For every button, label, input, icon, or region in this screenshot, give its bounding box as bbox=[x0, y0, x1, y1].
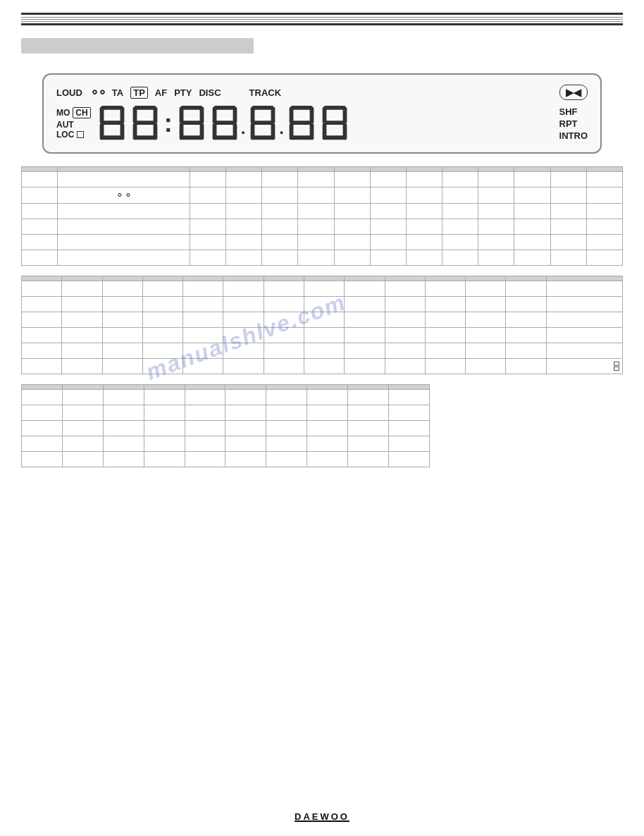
digit-2 bbox=[130, 104, 161, 142]
dot-1: . bbox=[241, 118, 246, 138]
table-2-row-1 bbox=[22, 281, 623, 297]
t2-r2c3 bbox=[102, 297, 142, 312]
t1-r5c5 bbox=[262, 235, 298, 250]
t2-r3c11 bbox=[425, 312, 465, 328]
play-icon-area: ▶◀ bbox=[559, 85, 588, 100]
svg-rect-26 bbox=[179, 123, 183, 140]
play-icon: ▶◀ bbox=[566, 87, 581, 98]
t1-r1c14 bbox=[586, 172, 622, 188]
t2-r5c4 bbox=[142, 343, 182, 359]
brand-logo: DAEWOO bbox=[295, 811, 349, 822]
digit-1 bbox=[97, 104, 128, 142]
t2-r1c6 bbox=[223, 281, 264, 297]
svg-rect-20 bbox=[153, 123, 157, 140]
t2-h3 bbox=[102, 276, 142, 281]
t3-r5c2 bbox=[62, 452, 103, 467]
t1-r3c7 bbox=[334, 204, 370, 219]
colon-1: : bbox=[164, 111, 173, 136]
t3-r3c7 bbox=[266, 421, 307, 436]
t1-r3c13 bbox=[550, 204, 586, 219]
digit-4-svg bbox=[209, 104, 240, 142]
t1-r4c12 bbox=[514, 219, 550, 235]
t2-r6c3 bbox=[102, 359, 142, 374]
t2-r3c9 bbox=[345, 312, 385, 328]
t3-h7 bbox=[266, 385, 307, 390]
t1-r2c6 bbox=[298, 188, 334, 204]
t2-r1c4 bbox=[142, 281, 182, 297]
t2-r2c12 bbox=[466, 297, 506, 312]
digit-6 bbox=[286, 104, 317, 142]
t3-r4c4 bbox=[144, 436, 185, 452]
t3-h10 bbox=[389, 385, 430, 390]
t1-r3c3 bbox=[190, 204, 225, 219]
t3-h2 bbox=[62, 385, 103, 390]
svg-rect-24 bbox=[179, 107, 183, 123]
t2-r5c7 bbox=[264, 343, 304, 359]
table-3-section bbox=[21, 384, 430, 467]
t2-r2c9 bbox=[345, 297, 385, 312]
t1-r6c13 bbox=[550, 250, 586, 266]
t1-r3c9 bbox=[406, 204, 442, 219]
svg-rect-46 bbox=[310, 107, 314, 123]
t1-r3c14 bbox=[586, 204, 622, 219]
svg-rect-21 bbox=[180, 106, 202, 110]
t1-h12 bbox=[514, 167, 550, 172]
table-2-section bbox=[21, 276, 623, 374]
t3-r1c4 bbox=[144, 390, 185, 405]
t2-r4c9 bbox=[345, 328, 385, 343]
t1-r5c1 bbox=[22, 235, 58, 250]
dot-2: . bbox=[279, 118, 284, 138]
t3-r1c2 bbox=[62, 390, 103, 405]
t1-r6c4 bbox=[226, 250, 262, 266]
t3-r4c1 bbox=[22, 436, 63, 452]
t1-r5c13 bbox=[550, 235, 586, 250]
t2-r4c12 bbox=[466, 328, 506, 343]
t3-r2c3 bbox=[103, 405, 144, 421]
t1-r6c2 bbox=[58, 250, 190, 266]
t2-r3c6 bbox=[223, 312, 264, 328]
svg-rect-22 bbox=[180, 121, 202, 125]
t1-r2c4 bbox=[226, 188, 262, 204]
t1-r2c8 bbox=[370, 188, 406, 204]
t3-r4c7 bbox=[266, 436, 307, 452]
t1-r1c1 bbox=[22, 172, 58, 188]
t1-r3c5 bbox=[262, 204, 298, 219]
t2-r6c10 bbox=[385, 359, 425, 374]
t2-r6c1 bbox=[22, 359, 62, 374]
svg-rect-8 bbox=[101, 121, 123, 125]
ta-label: TA bbox=[112, 87, 123, 98]
t3-r2c4 bbox=[144, 405, 185, 421]
t3-r1c3 bbox=[103, 390, 144, 405]
t3-r2c6 bbox=[225, 405, 266, 421]
table-3 bbox=[21, 384, 430, 467]
t1-r1c11 bbox=[478, 172, 514, 188]
table-1-row-4 bbox=[22, 219, 623, 235]
svg-rect-32 bbox=[233, 107, 237, 123]
t3-r1c7 bbox=[266, 390, 307, 405]
digit-3-svg bbox=[176, 104, 207, 142]
t1-r1c7 bbox=[334, 172, 370, 188]
t3-r4c8 bbox=[307, 436, 348, 452]
t3-h9 bbox=[348, 385, 389, 390]
t1-r1c5 bbox=[262, 172, 298, 188]
shf-label: SHF bbox=[559, 106, 588, 117]
t2-r4c8 bbox=[304, 328, 344, 343]
svg-rect-50 bbox=[324, 121, 346, 125]
table-1-row-1 bbox=[22, 172, 623, 188]
t2-h7 bbox=[264, 276, 304, 281]
table-2-row-5 bbox=[22, 343, 623, 359]
t1-h6 bbox=[298, 167, 334, 172]
table-1-row-5 bbox=[22, 235, 623, 250]
digit-3 bbox=[176, 104, 207, 142]
disc-label: DISC bbox=[199, 87, 221, 98]
svg-rect-40 bbox=[251, 123, 255, 140]
table-2-row-6 bbox=[22, 359, 623, 374]
svg-rect-7 bbox=[101, 106, 123, 110]
t3-r3c5 bbox=[185, 421, 225, 436]
digit-5-svg bbox=[247, 104, 278, 142]
t2-r6c4 bbox=[142, 359, 182, 374]
t1-r4c1 bbox=[22, 219, 58, 235]
t2-r6c7 bbox=[264, 359, 304, 374]
t2-r5c8 bbox=[304, 343, 344, 359]
table-2 bbox=[21, 276, 623, 374]
